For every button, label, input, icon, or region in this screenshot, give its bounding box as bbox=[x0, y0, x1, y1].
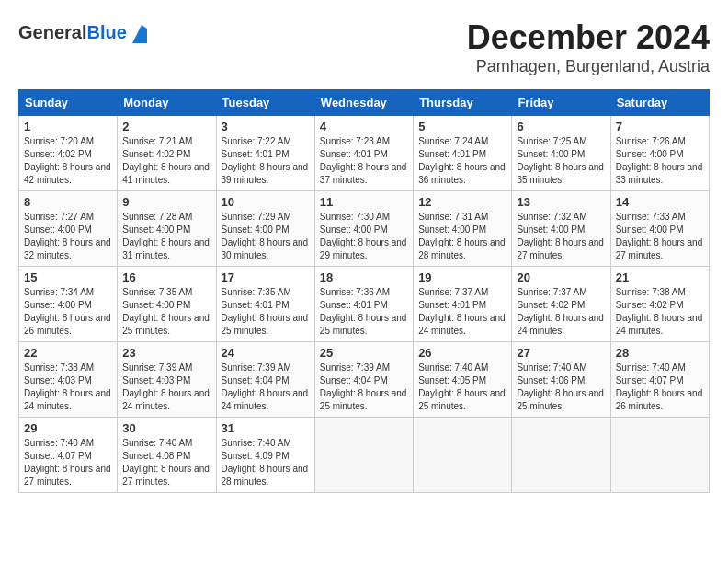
day-number: 5 bbox=[418, 120, 506, 133]
calendar-cell: 1Sunrise: 7:20 AMSunset: 4:02 PMDaylight… bbox=[19, 116, 118, 191]
page-header: GeneralBlue December 2024 Pamhagen, Burg… bbox=[18, 18, 710, 80]
col-thursday: Thursday bbox=[414, 90, 512, 116]
col-tuesday: Tuesday bbox=[216, 90, 314, 116]
day-number: 16 bbox=[122, 270, 210, 284]
calendar-cell: 11Sunrise: 7:30 AMSunset: 4:00 PMDayligh… bbox=[314, 191, 413, 267]
logo-blue: Blue bbox=[86, 22, 126, 42]
day-number: 10 bbox=[222, 195, 310, 209]
day-number: 9 bbox=[122, 195, 210, 209]
day-number: 27 bbox=[517, 346, 605, 360]
day-number: 22 bbox=[24, 346, 112, 360]
day-number: 30 bbox=[122, 421, 210, 435]
day-info: Sunrise: 7:36 AMSunset: 4:01 PMDaylight:… bbox=[320, 286, 408, 338]
day-number: 17 bbox=[222, 270, 310, 284]
day-info: Sunrise: 7:40 AMSunset: 4:05 PMDaylight:… bbox=[418, 362, 506, 413]
day-number: 8 bbox=[24, 195, 112, 209]
logo: GeneralBlue bbox=[18, 22, 147, 47]
calendar-cell: 16Sunrise: 7:35 AMSunset: 4:00 PMDayligh… bbox=[118, 267, 216, 342]
day-info: Sunrise: 7:40 AMSunset: 4:07 PMDaylight:… bbox=[24, 437, 112, 488]
logo-general: General bbox=[18, 22, 86, 42]
day-number: 31 bbox=[222, 421, 310, 435]
day-number: 19 bbox=[418, 270, 506, 284]
day-info: Sunrise: 7:40 AMSunset: 4:08 PMDaylight:… bbox=[122, 437, 210, 488]
day-info: Sunrise: 7:40 AMSunset: 4:06 PMDaylight:… bbox=[517, 362, 605, 413]
calendar-cell: 13Sunrise: 7:32 AMSunset: 4:00 PMDayligh… bbox=[512, 191, 610, 267]
location-subtitle: Pamhagen, Burgenland, Austria bbox=[18, 57, 710, 76]
calendar-row: 1Sunrise: 7:20 AMSunset: 4:02 PMDaylight… bbox=[19, 116, 710, 191]
day-info: Sunrise: 7:37 AMSunset: 4:01 PMDaylight:… bbox=[418, 286, 506, 338]
day-info: Sunrise: 7:24 AMSunset: 4:01 PMDaylight:… bbox=[418, 135, 506, 187]
day-info: Sunrise: 7:30 AMSunset: 4:00 PMDaylight:… bbox=[320, 211, 408, 262]
day-number: 1 bbox=[24, 120, 112, 133]
calendar-cell: 20Sunrise: 7:37 AMSunset: 4:02 PMDayligh… bbox=[512, 267, 610, 342]
logo-icon bbox=[132, 25, 147, 47]
calendar-cell: 3Sunrise: 7:22 AMSunset: 4:01 PMDaylight… bbox=[216, 116, 314, 191]
calendar-cell: 8Sunrise: 7:27 AMSunset: 4:00 PMDaylight… bbox=[19, 191, 118, 267]
day-number: 13 bbox=[517, 195, 605, 209]
calendar-cell: 21Sunrise: 7:38 AMSunset: 4:02 PMDayligh… bbox=[610, 267, 709, 342]
day-info: Sunrise: 7:35 AMSunset: 4:01 PMDaylight:… bbox=[222, 286, 310, 338]
calendar-cell: 29Sunrise: 7:40 AMSunset: 4:07 PMDayligh… bbox=[19, 418, 118, 493]
col-monday: Monday bbox=[118, 90, 216, 116]
day-info: Sunrise: 7:33 AMSunset: 4:00 PMDaylight:… bbox=[616, 211, 704, 262]
day-info: Sunrise: 7:32 AMSunset: 4:00 PMDaylight:… bbox=[517, 211, 605, 262]
calendar-cell: 4Sunrise: 7:23 AMSunset: 4:01 PMDaylight… bbox=[314, 116, 413, 191]
col-saturday: Saturday bbox=[610, 90, 709, 116]
day-info: Sunrise: 7:20 AMSunset: 4:02 PMDaylight:… bbox=[24, 135, 112, 187]
calendar-cell: 10Sunrise: 7:29 AMSunset: 4:00 PMDayligh… bbox=[216, 191, 314, 267]
calendar-cell: 27Sunrise: 7:40 AMSunset: 4:06 PMDayligh… bbox=[512, 342, 610, 418]
calendar-cell: 30Sunrise: 7:40 AMSunset: 4:08 PMDayligh… bbox=[118, 418, 216, 493]
col-sunday: Sunday bbox=[19, 90, 118, 116]
day-number: 12 bbox=[418, 195, 506, 209]
calendar-cell: 15Sunrise: 7:34 AMSunset: 4:00 PMDayligh… bbox=[19, 267, 118, 342]
calendar-cell: 28Sunrise: 7:40 AMSunset: 4:07 PMDayligh… bbox=[610, 342, 709, 418]
day-number: 28 bbox=[616, 346, 704, 360]
calendar-cell: 12Sunrise: 7:31 AMSunset: 4:00 PMDayligh… bbox=[414, 191, 512, 267]
day-info: Sunrise: 7:38 AMSunset: 4:03 PMDaylight:… bbox=[24, 362, 112, 413]
header-row: Sunday Monday Tuesday Wednesday Thursday… bbox=[19, 90, 710, 116]
day-number: 21 bbox=[616, 270, 704, 284]
day-number: 4 bbox=[320, 120, 408, 133]
calendar-cell: 9Sunrise: 7:28 AMSunset: 4:00 PMDaylight… bbox=[118, 191, 216, 267]
calendar-cell bbox=[414, 418, 512, 493]
day-info: Sunrise: 7:39 AMSunset: 4:04 PMDaylight:… bbox=[320, 362, 408, 413]
day-info: Sunrise: 7:40 AMSunset: 4:07 PMDaylight:… bbox=[616, 362, 704, 413]
calendar-row: 22Sunrise: 7:38 AMSunset: 4:03 PMDayligh… bbox=[19, 342, 710, 418]
day-number: 18 bbox=[320, 270, 408, 284]
day-number: 3 bbox=[222, 120, 310, 133]
day-info: Sunrise: 7:22 AMSunset: 4:01 PMDaylight:… bbox=[222, 135, 310, 187]
calendar-cell bbox=[512, 418, 610, 493]
calendar-cell: 25Sunrise: 7:39 AMSunset: 4:04 PMDayligh… bbox=[314, 342, 413, 418]
day-info: Sunrise: 7:31 AMSunset: 4:00 PMDaylight:… bbox=[418, 211, 506, 262]
calendar-row: 15Sunrise: 7:34 AMSunset: 4:00 PMDayligh… bbox=[19, 267, 710, 342]
col-wednesday: Wednesday bbox=[314, 90, 413, 116]
calendar-cell: 23Sunrise: 7:39 AMSunset: 4:03 PMDayligh… bbox=[118, 342, 216, 418]
day-number: 23 bbox=[122, 346, 210, 360]
calendar-cell bbox=[610, 418, 709, 493]
calendar-row: 29Sunrise: 7:40 AMSunset: 4:07 PMDayligh… bbox=[19, 418, 710, 493]
calendar-cell: 31Sunrise: 7:40 AMSunset: 4:09 PMDayligh… bbox=[216, 418, 314, 493]
calendar-cell: 17Sunrise: 7:35 AMSunset: 4:01 PMDayligh… bbox=[216, 267, 314, 342]
calendar-cell: 22Sunrise: 7:38 AMSunset: 4:03 PMDayligh… bbox=[19, 342, 118, 418]
day-info: Sunrise: 7:21 AMSunset: 4:02 PMDaylight:… bbox=[122, 135, 210, 187]
calendar-cell: 6Sunrise: 7:25 AMSunset: 4:00 PMDaylight… bbox=[512, 116, 610, 191]
calendar-cell: 2Sunrise: 7:21 AMSunset: 4:02 PMDaylight… bbox=[118, 116, 216, 191]
calendar-cell: 5Sunrise: 7:24 AMSunset: 4:01 PMDaylight… bbox=[414, 116, 512, 191]
day-number: 7 bbox=[616, 120, 704, 133]
day-info: Sunrise: 7:34 AMSunset: 4:00 PMDaylight:… bbox=[24, 286, 112, 338]
day-info: Sunrise: 7:37 AMSunset: 4:02 PMDaylight:… bbox=[517, 286, 605, 338]
day-info: Sunrise: 7:27 AMSunset: 4:00 PMDaylight:… bbox=[24, 211, 112, 262]
day-number: 11 bbox=[320, 195, 408, 209]
calendar-cell: 14Sunrise: 7:33 AMSunset: 4:00 PMDayligh… bbox=[610, 191, 709, 267]
calendar-cell bbox=[314, 418, 413, 493]
day-info: Sunrise: 7:38 AMSunset: 4:02 PMDaylight:… bbox=[616, 286, 704, 338]
calendar-table: Sunday Monday Tuesday Wednesday Thursday… bbox=[18, 89, 710, 493]
day-number: 25 bbox=[320, 346, 408, 360]
day-number: 2 bbox=[122, 120, 210, 133]
day-info: Sunrise: 7:25 AMSunset: 4:00 PMDaylight:… bbox=[517, 135, 605, 187]
day-info: Sunrise: 7:39 AMSunset: 4:03 PMDaylight:… bbox=[122, 362, 210, 413]
day-info: Sunrise: 7:29 AMSunset: 4:00 PMDaylight:… bbox=[222, 211, 310, 262]
calendar-cell: 24Sunrise: 7:39 AMSunset: 4:04 PMDayligh… bbox=[216, 342, 314, 418]
col-friday: Friday bbox=[512, 90, 610, 116]
day-info: Sunrise: 7:35 AMSunset: 4:00 PMDaylight:… bbox=[122, 286, 210, 338]
